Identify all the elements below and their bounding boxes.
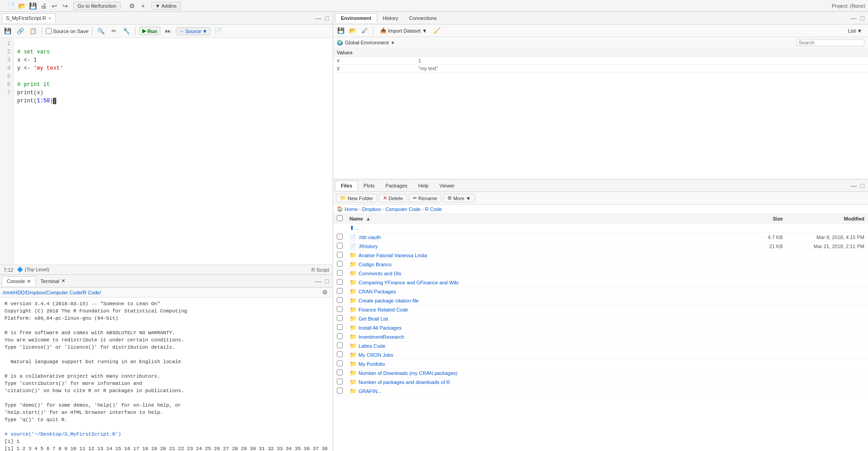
- file-check-comparing[interactable]: [337, 279, 343, 285]
- file-check-httr[interactable]: [337, 234, 343, 240]
- file-row-finance[interactable]: 📁 Finance Related Code: [333, 305, 868, 314]
- env-load-icon[interactable]: 📂: [348, 26, 358, 36]
- file-row-codigo[interactable]: 📁 Codigo Branco: [333, 260, 868, 269]
- save-icon[interactable]: 💾: [28, 1, 37, 10]
- file-row-httr[interactable]: 📄 .httr-oauth 4.7 KB Mar 8, 2018, 4:15 P…: [333, 233, 868, 242]
- import-dataset-button[interactable]: 📥 Import Dataset ▼: [377, 26, 430, 35]
- tab-connections[interactable]: Connections: [403, 14, 442, 23]
- file-check-numpackages[interactable]: [337, 379, 343, 384]
- file-check-cran[interactable]: [337, 288, 343, 294]
- tab-environment[interactable]: Environment: [335, 13, 377, 23]
- code-tools-icon[interactable]: 🔧: [121, 26, 131, 36]
- file-check-codigo[interactable]: [337, 261, 343, 267]
- editor-tab-script[interactable]: S_MyFirstScript.R ✕: [2, 13, 56, 23]
- console-minimize-btn[interactable]: —: [314, 278, 324, 285]
- tab-terminal[interactable]: Terminal ✕: [36, 276, 70, 286]
- file-row-investment[interactable]: 📁 InvestmentResearch: [333, 332, 868, 341]
- file-check-comments[interactable]: [337, 270, 343, 276]
- file-row-comparing[interactable]: 📁 Comparing YFinance and GFinance and Wi…: [333, 278, 868, 287]
- folder-name-install[interactable]: 📁 Install All Packages: [349, 324, 737, 331]
- file-name-rhistory[interactable]: 📄 .Rhistory: [349, 243, 737, 249]
- file-row-rhistory[interactable]: 📄 .Rhistory 21 KB Mar 21, 2018, 2:11 PM: [333, 242, 868, 251]
- tab-files[interactable]: Files: [335, 181, 358, 190]
- folder-name-cron[interactable]: 📁 My CRON Jobs: [349, 351, 737, 358]
- tab-console[interactable]: Console ✕: [2, 276, 36, 286]
- run-button[interactable]: ▶ Run: [139, 27, 160, 35]
- folder-name-analise[interactable]: 📁 Analise Fatorial Vanessa Linda: [349, 252, 737, 259]
- run-next-icon[interactable]: ⏭: [163, 26, 173, 36]
- breadcrumb-home[interactable]: Home: [344, 206, 358, 212]
- file-check-grafin[interactable]: [337, 388, 343, 393]
- console-maximize-btn[interactable]: □: [324, 278, 331, 285]
- console-settings-icon[interactable]: ⚙: [320, 288, 330, 297]
- folder-name-grafin[interactable]: 📁 GRAFIN...: [349, 388, 737, 394]
- file-check-cron[interactable]: [337, 351, 343, 357]
- file-check-rhistory[interactable]: [337, 243, 343, 249]
- folder-name-getbeall[interactable]: 📁 Get Beall List: [349, 315, 737, 322]
- env-brush-icon[interactable]: 🖊: [359, 26, 369, 36]
- insert-icon[interactable]: 📋: [28, 26, 38, 36]
- folder-name-create-pkg[interactable]: 📁 Create package citation file: [349, 297, 737, 304]
- search-icon[interactable]: 🔍: [96, 26, 106, 36]
- save-toolbar-icon[interactable]: 💾: [3, 26, 13, 36]
- tab-packages[interactable]: Packages: [380, 181, 413, 190]
- header-name-col[interactable]: Name ▲: [349, 216, 737, 221]
- compile-icon[interactable]: 📄: [213, 26, 223, 36]
- file-row-getbeall[interactable]: 📁 Get Beall List: [333, 314, 868, 323]
- folder-name-comparing[interactable]: 📁 Comparing YFinance and GFinance and Wi…: [349, 279, 737, 286]
- file-check-analise[interactable]: [337, 252, 343, 258]
- file-row-cron[interactable]: 📁 My CRON Jobs: [333, 350, 868, 360]
- file-check-create-pkg[interactable]: [337, 297, 343, 303]
- file-row-comments[interactable]: 📁 Comments and DIs: [333, 269, 868, 278]
- env-maximize-btn[interactable]: □: [859, 14, 866, 22]
- env-var-y[interactable]: y "my text": [333, 65, 868, 72]
- folder-name-portfolio[interactable]: 📁 My Portfolio: [349, 360, 737, 367]
- file-row-up[interactable]: ⬆ ..: [333, 224, 868, 233]
- file-row-portfolio[interactable]: 📁 My Portfolio: [333, 360, 868, 369]
- env-minimize-btn[interactable]: —: [849, 14, 859, 22]
- select-all-checkbox[interactable]: [337, 215, 343, 221]
- undo-icon[interactable]: ↩: [50, 1, 59, 10]
- editor-maximize-btn[interactable]: □: [324, 14, 331, 22]
- folder-name-comments[interactable]: 📁 Comments and DIs: [349, 270, 737, 277]
- print-icon[interactable]: 🖨: [39, 1, 48, 10]
- folder-name-lattes[interactable]: 📁 Lattes Code: [349, 342, 737, 349]
- folder-name-numpackages[interactable]: 📁 Number of packages and downloads of R: [349, 379, 737, 385]
- file-check-portfolio[interactable]: [337, 360, 343, 366]
- source-on-save-checkbox[interactable]: [46, 28, 52, 34]
- redo-icon[interactable]: ↪: [61, 1, 70, 10]
- env-broom-icon[interactable]: 🧹: [432, 26, 442, 36]
- file-row-lattes[interactable]: 📁 Lattes Code: [333, 341, 868, 350]
- source-on-save-label[interactable]: Source on Save: [46, 28, 88, 34]
- up-nav-link[interactable]: ⬆ ..: [349, 225, 737, 231]
- file-check-install[interactable]: [337, 324, 343, 330]
- file-check-finance[interactable]: [337, 306, 343, 312]
- editor-minimize-btn[interactable]: —: [314, 14, 324, 22]
- console-content[interactable]: R version 3.4.4 (2018-03-15) -- "Someone…: [0, 297, 333, 451]
- file-row-analise[interactable]: 📁 Analise Fatorial Vanessa Linda: [333, 251, 868, 260]
- extra-icon2[interactable]: +: [139, 1, 148, 10]
- rename-button[interactable]: ✏ Rename: [409, 194, 441, 202]
- file-row-cran[interactable]: 📁 CRAN Packages: [333, 287, 868, 296]
- delete-button[interactable]: ✕ Delete: [379, 194, 407, 202]
- source-button[interactable]: → Source ▼: [176, 27, 211, 35]
- new-script-icon[interactable]: 📄: [6, 1, 15, 10]
- files-maximize-btn[interactable]: □: [859, 182, 866, 189]
- breadcrumb-r-code[interactable]: R Code: [425, 206, 442, 212]
- list-view-btn[interactable]: List ▼: [845, 27, 865, 35]
- open-icon[interactable]: 📂: [17, 1, 26, 10]
- global-environment-selector[interactable]: 🌍 Global Environment ▼: [333, 37, 868, 48]
- goto-button[interactable]: Go to file/function: [73, 2, 121, 10]
- file-check-getbeall[interactable]: [337, 315, 343, 321]
- breadcrumb-dropbox[interactable]: Dropbox: [362, 206, 381, 212]
- tab-plots[interactable]: Plots: [358, 181, 380, 190]
- files-minimize-btn[interactable]: —: [849, 182, 859, 189]
- file-check-investment[interactable]: [337, 333, 343, 339]
- console-tab-close[interactable]: ✕: [27, 278, 31, 284]
- file-check-numdownloads[interactable]: [337, 369, 343, 375]
- tab-help[interactable]: Help: [413, 181, 434, 190]
- file-row-create-pkg[interactable]: 📁 Create package citation file: [333, 296, 868, 305]
- knit-icon[interactable]: 🔗: [15, 26, 25, 36]
- file-row-numdownloads[interactable]: 📁 Number of Downloads (my CRAN packages): [333, 369, 868, 378]
- console-path-text[interactable]: /mnt/HDD/Dropbox/Computer Code/R Code/: [3, 290, 101, 295]
